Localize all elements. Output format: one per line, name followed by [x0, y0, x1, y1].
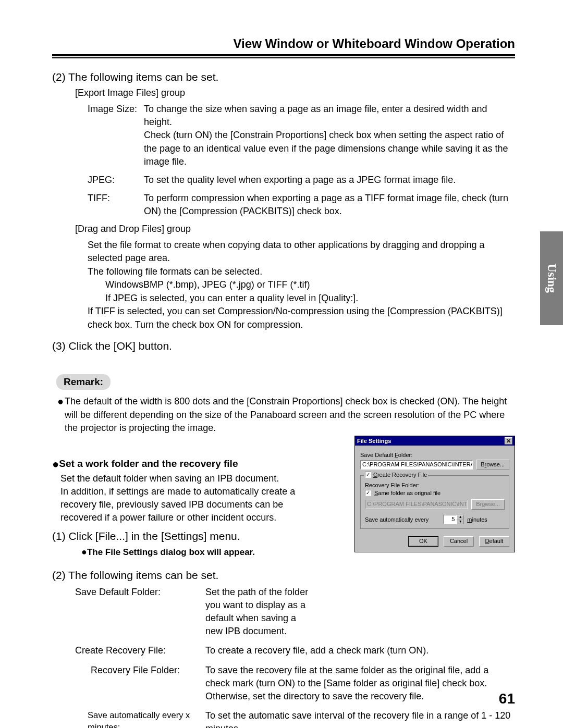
checkbox-icon[interactable]: ✓ — [365, 490, 371, 496]
jpeg-text: To set the quality level when exporting … — [144, 174, 515, 187]
file-settings-dialog: File Settings ✕ Save Default Folder: C:\… — [354, 436, 515, 552]
jpeg-label: JPEG: — [88, 174, 144, 187]
cancel-button[interactable]: Cancel — [444, 536, 474, 547]
default-button[interactable]: Default — [479, 536, 509, 547]
same-folder-row[interactable]: ✓ Same folder as orignal file — [365, 490, 505, 496]
s2-step1: (1) Click [File...] in the [Settings] me… — [52, 530, 354, 542]
drag-l3: WindowsBMP (*.bmp), JPEG (*.jpg) or TIFF… — [88, 278, 515, 292]
crf-label: Create Recovery File: — [75, 644, 205, 657]
section-work-folder-title: Set a work folder and the recovery file — [59, 458, 238, 469]
create-recovery-fieldset: ✓ Create Recovery File Recovery File Fol… — [360, 475, 509, 529]
bullet-icon: ● — [57, 395, 64, 435]
close-button[interactable]: ✕ — [505, 437, 512, 445]
sdf-text: Set the path of the folder you want to d… — [205, 586, 310, 638]
drag-l4: If JPEG is selected, you can enter a qua… — [88, 292, 515, 305]
side-tab-using: Using — [540, 231, 563, 325]
recovery-folder-label: Recovery File Folder: — [365, 482, 505, 488]
auto-save-spinner[interactable]: 5 ▲▼ — [443, 515, 464, 524]
rff-label: Recovery File Folder: — [75, 664, 205, 704]
side-tab-label: Using — [545, 264, 558, 293]
drag-l2: The following file formats can be select… — [88, 265, 515, 279]
tiff-text: To perform compression when exporting a … — [144, 192, 515, 218]
step-3: (3) Click the [OK] button. — [52, 340, 515, 352]
drag-l1: Set the file format to create when copyi… — [88, 239, 515, 265]
remark-row: ● The default of the width is 800 dots a… — [57, 395, 515, 435]
auto-save-pre: Save automatically every — [365, 516, 429, 523]
section-work-folder: ●Set a work folder and the recovery file — [52, 458, 354, 471]
s2-step1-sub-text: The File Settings dialog box will appear… — [87, 547, 255, 557]
bullet-icon: ● — [52, 458, 59, 471]
browse-button[interactable]: Browse... — [476, 460, 509, 470]
def-auto-save: Save automatically every x minutes: To s… — [88, 709, 515, 728]
step-2: (2) The following items can be set. — [52, 71, 515, 83]
checkbox-icon[interactable]: ✓ — [365, 472, 371, 478]
export-group-label: [Export Image Files] group — [75, 88, 515, 98]
image-size-label: Image Size: — [88, 103, 144, 168]
dialog-titlebar: File Settings ✕ — [355, 436, 515, 446]
browse-button-disabled: Browse... — [471, 499, 505, 510]
drag-block: Set the file format to create when copyi… — [88, 239, 515, 332]
drag-l5: If TIFF is selected, you can set Compres… — [88, 305, 515, 331]
sdf-label: Save Default Folder: — [75, 586, 205, 638]
remark-text: The default of the width is 800 dots and… — [65, 395, 515, 435]
spinner-buttons[interactable]: ▲▼ — [457, 515, 464, 524]
save-default-folder-input[interactable]: C:\PROGRAM FILES\PANASONIC\INTERAC — [360, 460, 473, 470]
auto-text: To set the automatic save interval of th… — [205, 709, 515, 728]
save-default-folder-label: Save Default Folder: — [360, 452, 509, 458]
header-rule — [52, 57, 515, 58]
create-recovery-label: Create Recovery File — [373, 472, 427, 478]
page-header: View Window or Whiteboard Window Operati… — [52, 36, 515, 56]
image-size-text: To change the size when saving a page as… — [144, 103, 515, 168]
rff-text: To save the recovery file at the same fo… — [205, 664, 515, 704]
same-folder-label: Same folder as orignal file — [374, 490, 440, 496]
def-save-default-folder: Save Default Folder: Set the path of the… — [75, 586, 515, 638]
auto-save-value[interactable]: 5 — [443, 515, 457, 524]
auto-save-post: minutes — [467, 516, 487, 523]
s2-step2: (2) The following items can be set. — [52, 569, 354, 582]
dialog-title-text: File Settings — [357, 438, 391, 444]
page-number: 61 — [499, 690, 515, 707]
recovery-folder-input: C:\PROGRAM FILES\PANASONIC\INTERAC — [365, 500, 468, 509]
tiff-label: TIFF: — [88, 192, 144, 218]
manual-page: View Window or Whiteboard Window Operati… — [0, 0, 563, 728]
def-tiff: TIFF: To perform compression when export… — [88, 192, 515, 218]
dialog-body: Save Default Folder: C:\PROGRAM FILES\PA… — [355, 446, 515, 552]
s2-step1-sub: ●The File Settings dialog box will appea… — [81, 547, 354, 558]
def-jpeg: JPEG: To set the quality level when expo… — [88, 174, 515, 187]
auto-label: Save automatically every x minutes: — [88, 709, 205, 728]
create-recovery-legend[interactable]: ✓ Create Recovery File — [364, 472, 428, 478]
def-image-size: Image Size: To change the size when savi… — [88, 103, 515, 168]
remark-pill: Remark: — [56, 374, 111, 390]
crf-text: To create a recovery file, add a check m… — [205, 644, 515, 657]
def-create-recovery: Create Recovery File: To create a recove… — [75, 644, 515, 657]
ok-button[interactable]: OK — [408, 536, 438, 547]
bullet-icon: ● — [81, 547, 87, 557]
drag-group-label: [Drag and Drop Files] group — [75, 224, 515, 235]
def-recovery-folder: Recovery File Folder: To save the recove… — [75, 664, 515, 704]
section2-intro: Set the default folder when saving an IP… — [60, 472, 311, 525]
